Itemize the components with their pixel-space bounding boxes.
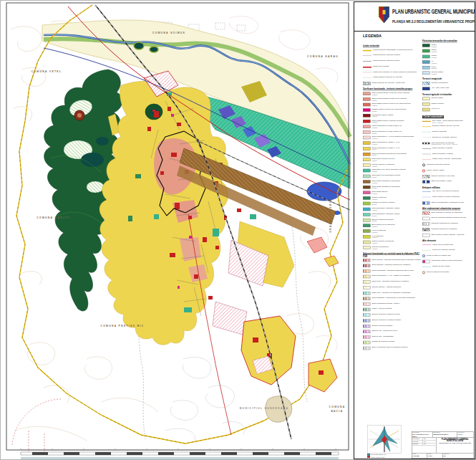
legend-item-label: Zone de protectie sanitara a surselor de… [431,216,466,219]
legend-item-label: Pasuniexistent [431,49,437,53]
legend-item: Limita teritoriului administrativ al mun… [363,49,424,53]
legend-item: Drumuri comunale [422,130,475,135]
legend-item: Statii de transformare / gospodarii de a… [422,201,475,206]
legend-item: Baze sportive si de agrementexistent [363,224,424,228]
legend-item: Paduri in intravilanexistent [363,196,424,201]
legend-item-label: Baze sportive si de agrementexistent [371,224,394,227]
legend-item: Limita zonei centrale [363,65,424,70]
legend-section-header: Zonificare functionala - teritoriu intra… [363,88,424,90]
map-label: MUNICIPIUL HUNEDOARA [240,407,289,410]
legend-item: Zone de protectie sanitara a surselor de… [422,216,475,221]
legend-swatch [363,297,370,300]
legend-item: Zona centrala situata in interiorul zone… [363,92,424,96]
legend-swatch [363,286,370,289]
legend-swatch [363,169,370,172]
legend-swatch [422,271,425,274]
legend-item-label: Statii de transformare / gospodarii de a… [431,201,463,203]
legend-item: Strazi principale existente [422,147,475,151]
legend-swatch: 15 | 19 [363,82,370,85]
legend-item-label: Faneteexistent [431,54,437,58]
legend-item: 15 | 19Unitati teritoriale de referinta … [363,82,424,86]
legend-item: Retele majore de apa si canalizare [422,196,475,200]
legend-swatch [363,330,370,333]
titlu-cell: PLAN URBANISTIC GENERAL MUNICIPIUL DEVAR… [437,438,474,453]
legend-item-label: Intersectii denivelate propuse [427,163,450,166]
legend-swatch [363,246,370,249]
legend-swatch [422,260,429,263]
legend-swatch [363,224,370,227]
map-label: COMUNA SOIMUS [152,32,185,34]
legend-item-label: Terenuri neproductiveexistent [371,246,389,249]
legend-section-header: Subzone functionale cu restrictii pana l… [363,252,424,257]
legend-item: Pasuniexistent [422,49,475,54]
legend-column-2: Folosinta terenurilor din extravilanPadu… [422,35,475,286]
map-canvas: COMUNA SOIMUSCOMUNA HARAUCOMUNA VETELCOM… [1,1,353,460]
legend-item: Plantatii de protectie propusepropus [363,202,424,206]
wind-rose-legend: frecventa medie (%)viteza medie (m/s) [367,454,406,458]
scara-cell: Scara1:10.000 [412,453,427,458]
legend-item-label: Zona rezidentiala propusa - etapa II [371,302,399,305]
legend-item-label: Zona de protectie a lucrarilor edilitare [371,319,401,321]
legend-swatch [363,147,370,150]
legend-item-label: Strazi principale existente [432,147,452,149]
legend-item: Perdele de protectie propuse [422,249,475,253]
legend-item-label: Foraje si puturi de captare apa [427,254,451,257]
legend-item-label: Zona de agrement propusapropus [371,219,393,222]
legend-item: Zona de risc - inundabilitate [363,335,424,340]
legend-swatch [422,102,429,105]
legend-item: Limita teritoriului intravilan existent [363,54,424,59]
legend-item-label: Zona spatii verzi amenajate propusepropu… [371,174,400,178]
legend-item: Terenuri agricole in intravilanexistent [363,163,424,168]
legend-item: Zona gospodarie comunala, cimitirepropus [363,213,424,217]
legend-swatch [422,175,429,178]
legend-item: Drumuri de exploatare agricola [422,136,475,140]
legend-swatch [363,92,370,95]
legend-swatch [363,109,370,112]
legend-swatch [422,49,429,52]
legend-item-label: Monumente istorice si situri arheologice [431,260,462,262]
legend-swatch [363,335,370,338]
legend-swatch [363,325,370,327]
legend-item: Monumente istorice si situri arheologice [422,260,475,264]
legend-item-label: Perdele de protectie propuse [432,249,455,251]
legend-item-label: Retele majore de apa si canalizare [432,196,460,198]
legend-item-label: Paduri in intravilanexistent [371,196,386,200]
wind-rose: frecventa medie (%)viteza medie (m/s) [367,425,406,459]
legend-item: Foraje si puturi de captare apa [422,254,475,259]
legend-item-label: Strazi secundare existente [432,153,453,155]
legend-item-label: Cursuri de apa, canale [432,265,450,267]
legend-swatch [422,234,429,236]
sheet-title: PLAN URBANISTIC GENERAL MUNICIPIUL DEVA [392,8,476,15]
legend-item: Zona rezidentiala - interdictie temporar… [363,269,424,274]
map-label: COMUNA CARJITI [37,216,70,219]
legend-item: Zona institutii publice existente mentin… [363,119,424,123]
legend-item-label: Zona mixta locuinte si serviciipropus [371,158,394,161]
legend-item: Zona centrala situata in afara zonei pro… [363,97,424,102]
legend-panel: PLAN URBANISTIC GENERAL MUNICIPIUL DEVA … [354,1,475,459]
legend-item-label: Paduri - zona de protectie [371,307,392,310]
legend-swatch [363,302,370,305]
legend-swatch [422,217,429,220]
legend-section-header: Cai de comunicatie [422,115,444,118]
map-label: BACIA [331,410,343,413]
legend-item: Poduri, podete, pasaje [422,169,475,173]
proiectant-cell: Proiectant:S.C. PROIECT S.R.L. DEVA [412,431,432,437]
proiect-nr-cell: Proiect nr.P.U.G. [457,431,473,437]
legend-item-label: Livezi si vii [431,108,439,110]
legend-item: Monumente istorice clasateexistent [363,114,424,118]
sheet-header: PLAN URBANISTIC GENERAL MUNICIPIUL DEVA … [354,2,475,32]
legend-item: Zona spatii verzi amenajate propusepropu… [363,174,424,178]
legend-section-header: Terenuri neagricole [422,77,475,80]
legend-item-label: Monumente istorice clasateexistent [371,114,393,118]
legend-column-1: Limite teritorialeLimita teritoriului ad… [363,40,423,403]
legend-item-label: Viiexistent [431,60,437,64]
legend-swatch [363,319,370,322]
wind-rose-diagram [367,425,402,454]
legend-item-label: LEA 110 kV cu culoar de protectie [432,190,459,192]
legend-item: Zona gospodarie comunala, cimitireexiste… [363,207,424,211]
legend-item-label: Zona industriala - restructurare si conv… [371,297,414,299]
legend-item-label: Zona mixta - interdictie temporara de co… [371,280,409,282]
legend-swatch [363,202,370,205]
legend-item: Limita zonei protejate cu valoare istori… [363,71,424,75]
legend-item-label: Zona unitati industriale si depozitarepr… [371,186,400,189]
